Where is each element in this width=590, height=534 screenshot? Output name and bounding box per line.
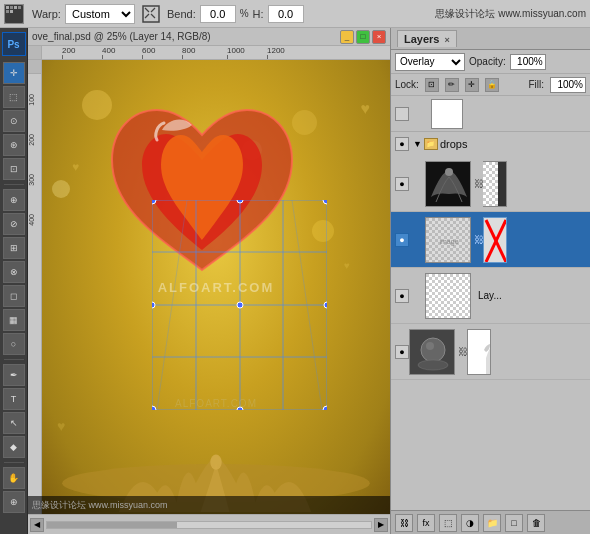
canvas-area: ove_final.psd @ 25% (Layer 14, RGB/8) _ …	[28, 28, 390, 514]
layers-bottom-toolbar: ⛓ fx ⬚ ◑ 📁 □ 🗑	[391, 510, 590, 534]
separator-1	[4, 184, 24, 185]
layers-tab-close-btn[interactable]: ×	[445, 35, 450, 45]
new-group-btn[interactable]: 📁	[483, 514, 501, 532]
blend-mode-select[interactable]: Overlay	[395, 53, 465, 71]
lasso-tool-btn[interactable]: ⊙	[3, 110, 25, 132]
svg-rect-5	[6, 10, 9, 13]
svg-rect-4	[18, 6, 21, 9]
forum-watermark-text: 思缘设计论坛 www.missyuan.com	[32, 499, 168, 512]
layers-list[interactable]: ● ▼ 📁 drops ● ⛓	[391, 132, 590, 510]
shape-tool-btn[interactable]: ◆	[3, 436, 25, 458]
svg-point-32	[445, 168, 453, 176]
transform-icon	[141, 4, 161, 24]
dodge-tool-btn[interactable]: ○	[3, 333, 25, 355]
bend-input[interactable]: 0.0	[200, 5, 236, 23]
svg-point-24	[237, 200, 243, 203]
lock-transparency-btn[interactable]: ⊡	[425, 78, 439, 92]
zoom-tool-btn[interactable]: ⊕	[3, 491, 25, 513]
water-layer[interactable]: ● ⛓	[391, 324, 590, 380]
layer-effects-btn[interactable]: fx	[417, 514, 435, 532]
hand-tool-btn[interactable]: ✋	[3, 467, 25, 489]
left-toolbar: Ps ✛ ⬚ ⊙ ⊛ ⊡ ⊕ ⊘ ⊞ ⊗ ◻ ▦ ○ ✒ T ↖ ◆ ✋ ⊕	[0, 28, 28, 534]
percent-label: %	[240, 8, 249, 19]
bend-label: Bend:	[167, 8, 196, 20]
layer-1-visibility[interactable]: ●	[395, 177, 409, 191]
water-layer-visibility[interactable]: ●	[395, 345, 409, 359]
top-toolbar: Warp: Custom Bend: 0.0 % H: 0.0 思缘设计论坛 w…	[0, 0, 590, 28]
drops-layer-1[interactable]: ● ⛓	[391, 156, 590, 212]
crop-tool-btn[interactable]: ⊡	[3, 158, 25, 180]
svg-rect-50	[426, 274, 471, 319]
svg-point-9	[210, 454, 222, 469]
drops-group-folder-icon: 📁	[424, 138, 438, 150]
svg-point-23	[323, 406, 327, 410]
ps-logo: Ps	[2, 32, 26, 56]
path-select-tool-btn[interactable]: ↖	[3, 412, 25, 434]
transparent-layer-visibility[interactable]: ●	[395, 289, 409, 303]
bottom-scrollbar[interactable]: ◀ ▶	[28, 514, 390, 534]
drops-group-header[interactable]: ● ▼ 📁 drops	[391, 132, 590, 156]
fill-input[interactable]	[550, 77, 586, 93]
foreground-color[interactable]	[395, 107, 409, 121]
new-layer-btn[interactable]: □	[505, 514, 523, 532]
horizontal-scrollbar-thumb[interactable]	[47, 522, 177, 528]
eraser-tool-btn[interactable]: ◻	[3, 285, 25, 307]
marquee-tool-btn[interactable]: ⬚	[3, 86, 25, 108]
forum-watermark-bar: 思缘设计论坛 www.missyuan.com	[28, 496, 390, 514]
lock-label: Lock:	[395, 79, 419, 90]
svg-rect-1	[6, 6, 9, 9]
healing-tool-btn[interactable]: ⊘	[3, 213, 25, 235]
scroll-right-btn[interactable]: ▶	[374, 518, 388, 532]
close-btn[interactable]: ×	[372, 30, 386, 44]
svg-point-22	[152, 406, 156, 410]
warp-select[interactable]: Custom	[65, 4, 135, 24]
scroll-left-btn[interactable]: ◀	[30, 518, 44, 532]
move-tool-btn[interactable]: ✛	[3, 62, 25, 84]
drops-group-visibility[interactable]: ●	[395, 137, 409, 151]
delete-layer-btn[interactable]: 🗑	[527, 514, 545, 532]
lock-pixels-btn[interactable]: ✏	[445, 78, 459, 92]
warp-label: Warp:	[32, 8, 61, 20]
maximize-btn[interactable]: □	[356, 30, 370, 44]
svg-point-21	[323, 200, 327, 204]
eyedropper-tool-btn[interactable]: ⊕	[3, 189, 25, 211]
layers-tab[interactable]: Layers ×	[397, 30, 457, 47]
separator-3	[4, 462, 24, 463]
transparent-layer[interactable]: ● Lay...	[391, 268, 590, 324]
h-input[interactable]: 0.0	[268, 5, 304, 23]
svg-point-26	[152, 302, 155, 308]
warp-mesh	[152, 200, 327, 410]
active-layer[interactable]: ● image ⛓	[391, 212, 590, 268]
brush-tool-btn[interactable]: ⊞	[3, 237, 25, 259]
drops-group-name: drops	[440, 138, 468, 150]
lock-row: Lock: ⊡ ✏ ✛ 🔒 Fill:	[391, 74, 590, 96]
expand-icon[interactable]: ▼	[413, 139, 422, 149]
photoshop-logo-area	[4, 4, 24, 24]
separator-2	[4, 359, 24, 360]
color-swatch-row	[391, 96, 590, 132]
opacity-input[interactable]	[510, 54, 546, 70]
add-mask-btn[interactable]: ⬚	[439, 514, 457, 532]
fill-label: Fill:	[528, 79, 544, 90]
layer-1-mask	[483, 161, 507, 207]
svg-text:image: image	[439, 238, 458, 246]
gradient-tool-btn[interactable]: ▦	[3, 309, 25, 331]
transparent-layer-name: Lay...	[478, 290, 502, 301]
canvas-image[interactable]: ♥ ♥ ♥ ♥	[42, 60, 390, 514]
lock-all-btn[interactable]: 🔒	[485, 78, 499, 92]
clone-tool-btn[interactable]: ⊗	[3, 261, 25, 283]
layers-panel: Layers × Overlay Opacity: Lock: ⊡ ✏ ✛ 🔒 …	[390, 28, 590, 534]
active-layer-visibility[interactable]: ●	[395, 233, 409, 247]
top-watermark: 思缘设计论坛 www.missyuan.com	[435, 7, 586, 21]
link-layers-btn[interactable]: ⛓	[395, 514, 413, 532]
layers-tab-bar: Layers ×	[391, 28, 590, 50]
document-title: ove_final.psd @ 25% (Layer 14, RGB/8)	[32, 31, 338, 42]
horizontal-scrollbar-track[interactable]	[46, 521, 372, 529]
minimize-btn[interactable]: _	[340, 30, 354, 44]
new-adjustment-btn[interactable]: ◑	[461, 514, 479, 532]
text-tool-btn[interactable]: T	[3, 388, 25, 410]
pen-tool-btn[interactable]: ✒	[3, 364, 25, 386]
quick-select-tool-btn[interactable]: ⊛	[3, 134, 25, 156]
layer-1-thumb	[425, 161, 471, 207]
lock-position-btn[interactable]: ✛	[465, 78, 479, 92]
